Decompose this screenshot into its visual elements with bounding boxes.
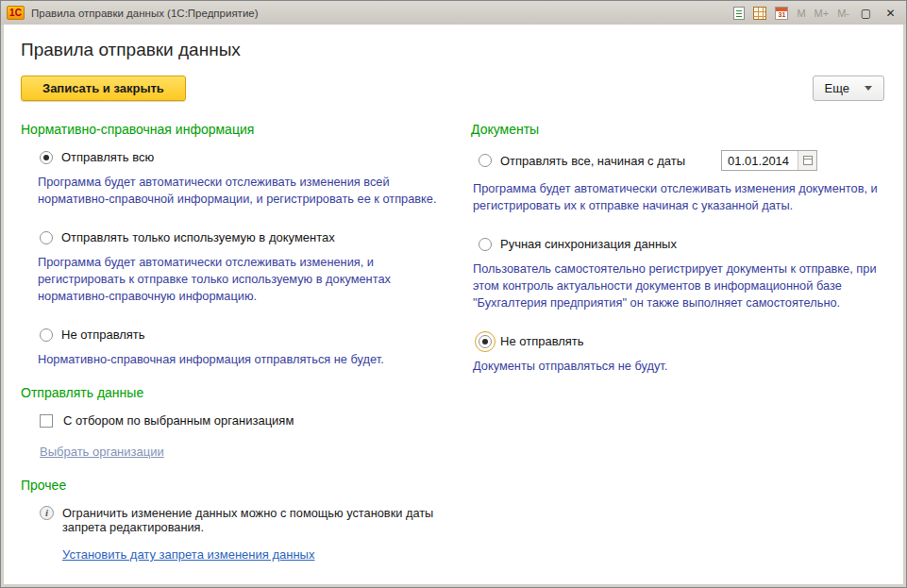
memory-m-plus-button[interactable]: М+ bbox=[815, 8, 830, 19]
page-title: Правила отправки данных bbox=[21, 40, 886, 60]
info-text: Ограничить изменение данных можно с помо… bbox=[62, 506, 457, 534]
maximize-button[interactable]: ▢ bbox=[858, 5, 874, 21]
option-description: Программа будет автоматически отслеживат… bbox=[473, 180, 879, 214]
radio-icon[interactable] bbox=[479, 154, 492, 167]
calculator-icon[interactable] bbox=[753, 7, 766, 20]
app-window: 1С Правила отправки данных (1С:Предприят… bbox=[0, 0, 907, 588]
radio-manual-sync[interactable]: Ручная синхронизация данных bbox=[479, 237, 886, 251]
window-title: Правила отправки данных (1С:Предприятие) bbox=[31, 8, 727, 19]
option-description: Программа будет автоматически отслеживат… bbox=[38, 254, 438, 305]
documents-section: Документы Отправлять все, начиная с даты… bbox=[471, 122, 886, 392]
radio-no-send-documents[interactable]: Не отправлять bbox=[479, 334, 886, 348]
close-button[interactable]: ✕ bbox=[882, 5, 899, 21]
calendar-icon[interactable]: 31 bbox=[775, 7, 788, 20]
radio-send-all-nsi[interactable]: Отправлять всю bbox=[40, 150, 457, 164]
dropdown-arrow-icon bbox=[865, 86, 872, 91]
calendar-picker-button[interactable] bbox=[798, 151, 816, 170]
radio-label: Отправлять все, начиная с даты bbox=[500, 154, 685, 168]
other-heading: Прочее bbox=[21, 478, 457, 493]
radio-icon[interactable] bbox=[40, 151, 53, 164]
radio-label: Отправлять всю bbox=[61, 150, 154, 164]
option-description: Документы отправляться не будут. bbox=[473, 358, 879, 375]
radio-send-used-only-nsi[interactable]: Отправлять только используемую в докумен… bbox=[40, 230, 457, 244]
documents-heading: Документы bbox=[471, 122, 886, 137]
radio-label: Не отправлять bbox=[61, 328, 145, 342]
start-date-value[interactable]: 01.01.2014 bbox=[722, 151, 798, 170]
more-button-label: Еще bbox=[825, 81, 849, 95]
option-description: Пользователь самостоятельно регистрирует… bbox=[473, 260, 879, 311]
memory-m-minus-button[interactable]: М- bbox=[837, 8, 849, 19]
1c-logo-icon: 1С bbox=[7, 6, 25, 20]
send-data-heading: Отправлять данные bbox=[21, 385, 457, 400]
titlebar: 1С Правила отправки данных (1С:Предприят… bbox=[1, 1, 906, 25]
set-restriction-date-link[interactable]: Установить дату запрета изменения данных bbox=[62, 547, 314, 562]
more-button[interactable]: Еще bbox=[813, 76, 884, 101]
radio-icon[interactable] bbox=[40, 231, 53, 244]
start-date-input[interactable]: 01.01.2014 bbox=[721, 150, 817, 171]
option-description: Программа будет автоматически отслеживат… bbox=[38, 174, 438, 208]
checkbox-icon[interactable] bbox=[40, 414, 53, 428]
radio-label: Отправлять только используемую в докумен… bbox=[61, 230, 335, 244]
radio-send-from-date[interactable]: Отправлять все, начиная с даты 01.01.201… bbox=[479, 150, 886, 171]
radio-icon[interactable] bbox=[479, 238, 492, 251]
radio-icon[interactable] bbox=[40, 328, 53, 342]
nsi-heading: Нормативно-справочная информация bbox=[21, 122, 457, 137]
toolbar: Записать и закрыть Еще bbox=[21, 76, 886, 101]
calendar-picker-icon bbox=[803, 156, 813, 165]
radio-no-send-nsi[interactable]: Не отправлять bbox=[40, 328, 457, 342]
document-icon[interactable] bbox=[733, 7, 745, 20]
memory-m-button[interactable]: М bbox=[797, 8, 805, 19]
option-description: Нормативно-справочная информация отправл… bbox=[38, 351, 438, 368]
info-icon: i bbox=[40, 506, 54, 520]
radio-label: Ручная синхронизация данных bbox=[500, 237, 677, 251]
checkbox-filter-by-organizations[interactable]: С отбором по выбранным организациям bbox=[40, 413, 457, 428]
choose-organizations-link[interactable]: Выбрать организации bbox=[40, 445, 164, 459]
form-content: Правила отправки данных Записать и закры… bbox=[4, 25, 903, 584]
radio-icon[interactable] bbox=[479, 335, 492, 348]
save-and-close-button[interactable]: Записать и закрыть bbox=[21, 76, 186, 101]
titlebar-icons: 31 М М+ М- ▢ ✕ bbox=[733, 5, 899, 21]
radio-label: Не отправлять bbox=[500, 334, 584, 348]
checkbox-label: С отбором по выбранным организациям bbox=[63, 413, 294, 428]
nsi-section: Нормативно-справочная информация Отправл… bbox=[21, 122, 457, 563]
info-note: i Ограничить изменение данных можно с по… bbox=[40, 506, 457, 534]
